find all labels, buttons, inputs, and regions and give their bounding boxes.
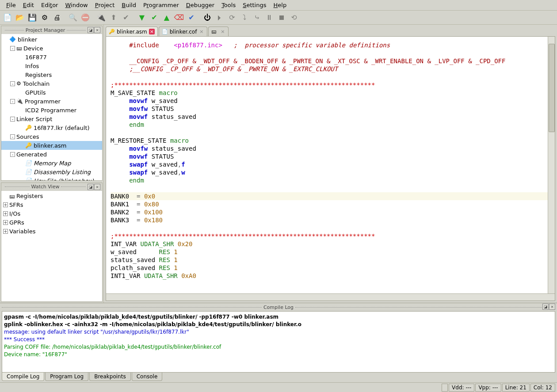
tree-toggle-icon[interactable]: +	[3, 229, 8, 234]
tree-toggle-icon[interactable]: +	[3, 220, 8, 225]
new-file-icon[interactable]: 📄	[2, 12, 13, 23]
tree-node-label: SFRs	[9, 202, 23, 208]
tree-item-16f877[interactable]: 16F877	[1, 53, 102, 61]
stop2-icon[interactable]: ⏹	[276, 12, 287, 23]
pause-icon[interactable]: ⏸	[263, 12, 275, 23]
menubar[interactable]: File Edit Editor Window Project Build Pr…	[0, 0, 557, 11]
pm-close-icon[interactable]: ×	[94, 27, 100, 33]
log-close-icon[interactable]: ×	[549, 304, 555, 310]
tree-item-device[interactable]: -🖴Device	[1, 44, 102, 53]
tree-node-label: GPUtils	[25, 89, 46, 96]
stop-icon[interactable]: ⛔	[80, 12, 91, 23]
tree-node-label: Toolchain	[23, 80, 50, 87]
power-icon[interactable]: ⏻	[202, 12, 213, 23]
tree-item-icd2-programmer[interactable]: ICD2 Programmer	[1, 106, 102, 114]
program-icon[interactable]: ⬆	[108, 12, 119, 23]
log-undock-icon[interactable]: ◪	[542, 304, 549, 310]
tree-item-generated[interactable]: -Generated	[1, 150, 102, 159]
tab-close-icon[interactable]: ×	[198, 29, 204, 34]
reset-icon[interactable]: ⟳	[226, 12, 238, 23]
tree-toggle-icon[interactable]: -	[10, 46, 15, 51]
tree-node-label: Hex File (blinker.hex)	[34, 178, 94, 180]
tree-item-blinker-asm[interactable]: 🔑blinker.asm	[1, 141, 102, 150]
tab-blinker-asm[interactable]: 🔑blinker.asm×	[106, 27, 158, 36]
compile-icon[interactable]: ✔	[149, 12, 160, 23]
tree-item-infos[interactable]: Infos	[1, 61, 102, 70]
tree-item-registers[interactable]: Registers	[1, 70, 102, 79]
verify-icon[interactable]: ✔	[120, 12, 132, 23]
find-icon[interactable]: 🔍	[67, 12, 79, 23]
menu-file[interactable]: File	[3, 0, 19, 10]
menu-edit[interactable]: Edit	[19, 0, 38, 10]
tree-item-sfrs[interactable]: +SFRs	[1, 201, 102, 209]
menu-debugger[interactable]: Debugger	[183, 0, 218, 10]
tree-item-gputils[interactable]: GPUtils	[1, 88, 102, 97]
editor-vscroll[interactable]	[548, 37, 555, 293]
menu-window[interactable]: Window	[61, 0, 91, 10]
log-tab-program-log[interactable]: Program Log	[45, 373, 88, 381]
tree-item-gprs[interactable]: +GPRs	[1, 218, 102, 227]
verify2-icon[interactable]: ✔	[186, 12, 197, 23]
tree-item-blinker[interactable]: 🔷blinker	[1, 35, 102, 44]
menu-build[interactable]: Build	[118, 0, 140, 10]
menu-help[interactable]: Help	[270, 0, 290, 10]
log-tabs[interactable]: Compile LogProgram LogBreakpointsConsole	[0, 373, 557, 382]
menu-editor[interactable]: Editor	[38, 0, 62, 10]
tree-item-variables[interactable]: +Variables	[1, 227, 102, 236]
tab-close-icon[interactable]: ×	[149, 29, 155, 34]
tree-item-programmer[interactable]: -🔌Programmer	[1, 97, 102, 106]
tree-toggle-icon[interactable]: -	[10, 134, 15, 139]
tree-toggle-icon[interactable]: +	[3, 202, 8, 207]
log-content[interactable]: gpasm -c -I/home/nicolas/piklab/piklab_k…	[2, 311, 555, 373]
upload-icon[interactable]: ▲	[161, 12, 172, 23]
build-icon[interactable]: ▼	[136, 12, 148, 23]
tree-toggle-icon[interactable]: -	[10, 81, 15, 86]
tree-toggle-icon[interactable]: -	[10, 99, 15, 104]
tree-item-linker-script[interactable]: -Linker Script	[1, 114, 102, 123]
wv-close-icon[interactable]: ×	[94, 184, 100, 190]
tree-item-disassembly-listing[interactable]: 📄Disassembly Listing	[1, 167, 102, 176]
tree-node-label: Disassembly Listing	[34, 169, 91, 175]
tree-item-hex-file-blinker-hex-[interactable]: 📄Hex File (blinker.hex)	[1, 176, 102, 180]
tree-node-label: 16F877	[25, 54, 47, 61]
log-tab-breakpoints[interactable]: Breakpoints	[89, 373, 130, 381]
tree-item-registers[interactable]: 🖴Registers	[1, 192, 102, 201]
tree-item-16f877-lkr-default-[interactable]: 🔑16f877.lkr (default)	[1, 123, 102, 132]
step-over-icon[interactable]: ⤵	[239, 12, 250, 23]
project-tree[interactable]: 🔷blinker-🖴Device16F877InfosRegisters-⚙To…	[1, 34, 102, 180]
tab--registers-[interactable]: 🖴×	[208, 27, 229, 36]
code-content[interactable]: #include <p16f877.inc> ; processor speci…	[106, 37, 555, 284]
menu-tools[interactable]: Tools	[218, 0, 239, 10]
menu-project[interactable]: Project	[92, 0, 118, 10]
editor-tabs[interactable]: 🔑blinker.asm×📄blinker.cof×🖴×	[104, 25, 557, 36]
tree-node-label: blinker.asm	[34, 142, 66, 149]
log-tab-compile-log[interactable]: Compile Log	[2, 373, 44, 381]
watch-tree[interactable]: 🖴Registers+SFRs+I/Os+GPRs+Variables	[1, 191, 102, 301]
print-icon[interactable]: 🖨	[51, 12, 63, 23]
tab-close-icon[interactable]: ×	[220, 29, 225, 34]
save-icon[interactable]: 💾	[27, 12, 38, 23]
editor-hscroll[interactable]	[106, 293, 555, 301]
menu-settings[interactable]: Settings	[239, 0, 270, 10]
tree-item-sources[interactable]: -Sources	[1, 132, 102, 141]
tree-toggle-icon	[19, 179, 24, 180]
settings-icon[interactable]: ⚙	[39, 12, 50, 23]
run-icon[interactable]: ⏵	[214, 12, 225, 23]
tree-item-i-os[interactable]: +I/Os	[1, 209, 102, 218]
step-into-icon[interactable]: ⤷	[251, 12, 263, 23]
open-file-icon[interactable]: 📂	[14, 12, 26, 23]
wv-undock-icon[interactable]: ◪	[88, 184, 94, 190]
erase-icon[interactable]: ⌫	[173, 12, 185, 23]
code-editor[interactable]: #include <p16f877.inc> ; processor speci…	[106, 36, 555, 301]
tab-blinker-cof[interactable]: 📄blinker.cof×	[159, 27, 208, 36]
tree-item-toolchain[interactable]: -⚙Toolchain	[1, 79, 102, 88]
tree-toggle-icon[interactable]: -	[10, 117, 15, 122]
connect-icon[interactable]: 🔌	[95, 12, 107, 23]
menu-programmer[interactable]: Programmer	[140, 0, 183, 10]
tree-toggle-icon[interactable]: -	[10, 152, 15, 157]
tree-toggle-icon[interactable]: +	[3, 211, 8, 216]
pm-undock-icon[interactable]: ◪	[88, 27, 94, 33]
log-tab-console[interactable]: Console	[132, 373, 163, 381]
restart-icon[interactable]: ⟲	[288, 12, 300, 23]
tree-item-memory-map[interactable]: 📄Memory Map	[1, 159, 102, 167]
